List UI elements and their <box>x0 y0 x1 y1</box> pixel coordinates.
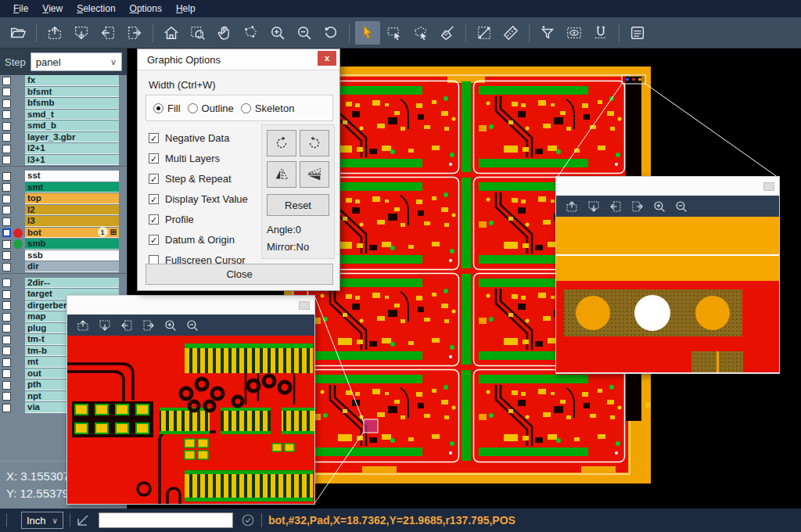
pan-icon[interactable] <box>212 21 237 45</box>
zoom-window-icon[interactable] <box>185 21 210 45</box>
menu-options[interactable]: Options <box>123 2 169 16</box>
layer-label[interactable]: ssb <box>25 250 119 261</box>
zoom-out-icon[interactable] <box>292 21 317 45</box>
rotate-cw-button[interactable] <box>267 130 296 156</box>
popup-title-bar[interactable] <box>556 177 779 196</box>
frame-left-icon[interactable] <box>117 317 137 334</box>
layer-visibility-checkbox[interactable] <box>2 251 11 260</box>
zoom-in-icon[interactable] <box>160 317 181 334</box>
layer-visibility-checkbox[interactable] <box>2 228 11 237</box>
layer-visibility-checkbox[interactable] <box>2 206 11 214</box>
checkbox-box[interactable]: ✓ <box>149 235 159 245</box>
measure-line-icon[interactable] <box>472 21 497 45</box>
layer-label[interactable]: 2dir-- <box>25 278 119 289</box>
layer-visibility-checkbox[interactable] <box>2 279 11 287</box>
layer-row-bfsmb[interactable]: bfsmb <box>0 98 127 110</box>
layer-visibility-checkbox[interactable] <box>2 183 11 192</box>
frame-up-icon[interactable] <box>562 198 582 215</box>
layer-label[interactable]: smb <box>25 239 119 250</box>
checkbox-multi-layers[interactable]: ✓Multi Layers <box>149 148 248 168</box>
checkbox-display-text-value[interactable]: ✓Display Text Value <box>149 189 248 209</box>
layer-visibility-checkbox[interactable] <box>2 156 11 164</box>
rotate-ccw-button[interactable] <box>300 130 329 156</box>
checkbox-step-repeat[interactable]: ✓Step & Repeat <box>149 168 248 189</box>
layer-list-icon[interactable] <box>625 21 650 45</box>
home-icon[interactable] <box>159 21 184 45</box>
layer-visibility-checkbox[interactable] <box>2 122 11 131</box>
layer-label[interactable]: l2 <box>25 205 119 216</box>
popup-pcb-view[interactable] <box>67 336 314 504</box>
checkbox-box[interactable]: ✓ <box>149 174 159 184</box>
layer-row-bot[interactable]: bot1⊞ <box>0 228 127 239</box>
zoom-previous-icon[interactable] <box>318 21 343 45</box>
layer-visibility-checkbox[interactable] <box>2 99 11 108</box>
checkbox-box[interactable]: ✓ <box>149 153 159 164</box>
layer-label[interactable]: layer_3.gbr <box>25 132 119 143</box>
show-box-icon[interactable] <box>562 21 587 45</box>
frame-right-icon[interactable] <box>138 317 159 334</box>
radio-skeleton[interactable]: Skeleton <box>241 102 295 114</box>
step-select[interactable]: panel ∨ <box>31 52 122 71</box>
layer-visibility-checkbox[interactable] <box>2 336 11 344</box>
layer-row-l3[interactable]: l3 <box>0 216 127 228</box>
radio-outline[interactable]: Outline <box>188 102 234 114</box>
zoom-in-icon[interactable] <box>265 21 290 45</box>
layer-label[interactable]: sst <box>25 171 119 182</box>
layer-label[interactable]: fx <box>25 75 119 86</box>
checkbox-box[interactable]: ✓ <box>149 133 159 143</box>
layer-color-indicator[interactable] <box>13 228 23 238</box>
layer-visibility-checkbox[interactable] <box>2 404 11 412</box>
layer-label[interactable]: bfsmb <box>25 98 119 109</box>
clean-brush-icon[interactable] <box>435 21 460 45</box>
menu-view[interactable]: View <box>35 2 70 16</box>
menu-file[interactable]: File <box>6 2 35 16</box>
zoom-polygon-icon[interactable] <box>239 21 264 45</box>
zoom-in-icon[interactable] <box>649 198 670 215</box>
apply-icon[interactable] <box>241 513 255 527</box>
layer-label[interactable]: l3+1 <box>25 155 119 166</box>
ruler-icon[interactable] <box>498 21 523 45</box>
nudge-down-icon[interactable] <box>69 21 94 45</box>
layer-row-smd_b[interactable]: smd_b <box>0 120 127 132</box>
layer-row-smt[interactable]: smt <box>0 182 127 194</box>
frame-down-icon[interactable] <box>584 198 604 215</box>
zoom-out-icon[interactable] <box>182 317 203 334</box>
dialog-title-bar[interactable]: Graphic Options x <box>138 49 339 70</box>
select-rect-icon[interactable] <box>382 21 407 45</box>
layer-visibility-checkbox[interactable] <box>2 301 11 310</box>
layer-visibility-checkbox[interactable] <box>2 77 11 85</box>
filter-icon[interactable] <box>535 21 560 45</box>
layer-row-smb[interactable]: smb <box>0 239 127 250</box>
layer-row-fx[interactable]: fx <box>0 75 127 87</box>
checkbox-negative-data[interactable]: ✓Negative Data <box>149 128 248 148</box>
graphic-options-dialog[interactable]: Graphic Options x Width (Ctrl+W) FillOut… <box>137 49 340 291</box>
layer-visibility-checkbox[interactable] <box>2 313 11 322</box>
menu-help[interactable]: Help <box>169 2 203 16</box>
popup-window-button[interactable] <box>763 182 774 191</box>
command-input[interactable] <box>99 512 233 528</box>
layer-row-l3+1[interactable]: l3+1 <box>0 155 127 167</box>
layer-row-sst[interactable]: sst <box>0 171 127 182</box>
layer-label[interactable]: smt <box>25 182 119 193</box>
layer-row-top[interactable]: top <box>0 193 127 205</box>
layer-visibility-checkbox[interactable] <box>2 290 11 299</box>
layer-visibility-checkbox[interactable] <box>2 347 11 355</box>
layer-visibility-checkbox[interactable] <box>2 133 11 142</box>
layer-visibility-checkbox[interactable] <box>2 195 11 203</box>
radio-dot[interactable] <box>153 103 163 113</box>
layer-row-smd_t[interactable]: smd_t <box>0 110 127 121</box>
nudge-right-icon[interactable] <box>122 21 147 45</box>
radio-dot[interactable] <box>188 103 198 113</box>
layer-label[interactable]: bot1⊞ <box>25 228 119 239</box>
layer-visibility-checkbox[interactable] <box>2 217 11 226</box>
layer-label[interactable]: dir <box>25 261 119 272</box>
grid-icon[interactable]: ⊞ <box>110 228 117 236</box>
layer-row-ssb[interactable]: ssb <box>0 250 127 262</box>
frame-right-icon[interactable] <box>627 198 648 215</box>
checkbox-box[interactable]: ✓ <box>149 214 159 225</box>
layer-visibility-checkbox[interactable] <box>2 358 11 367</box>
popup-pcb-view[interactable] <box>556 217 779 372</box>
layer-row-layer_3.gbr[interactable]: layer_3.gbr <box>0 132 127 144</box>
nudge-up-icon[interactable] <box>42 21 67 45</box>
zoom-out-icon[interactable] <box>671 198 691 215</box>
